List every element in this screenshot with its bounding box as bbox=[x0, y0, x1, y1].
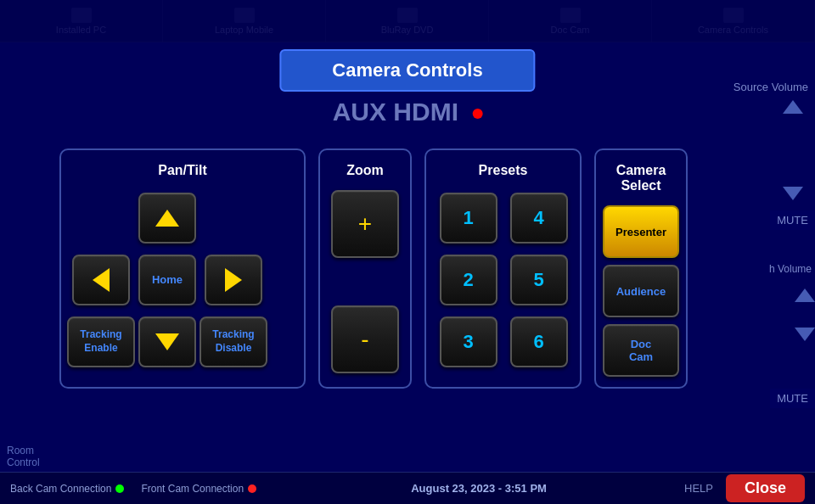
presets-panel: Presets 1 4 2 5 3 6 bbox=[424, 148, 582, 389]
zoom-grid: + - bbox=[330, 190, 400, 373]
source-volume-up-arrow[interactable] bbox=[783, 100, 803, 114]
close-button[interactable]: Close bbox=[726, 474, 805, 502]
empty-cell-2 bbox=[205, 193, 262, 244]
mute-bottom-button[interactable]: MUTE bbox=[770, 389, 815, 408]
tracking-enable-button[interactable]: Tracking Enable bbox=[67, 316, 135, 367]
pan-tilt-right-button[interactable] bbox=[205, 255, 262, 305]
arrow-up-icon bbox=[155, 210, 179, 227]
preset-button-4[interactable]: 4 bbox=[510, 193, 568, 244]
back-cam-connection: Back Cam Connection bbox=[10, 483, 124, 495]
pantilt-panel: Pan/Tilt Home Tracking Enable Tracking D… bbox=[59, 148, 306, 389]
front-cam-connection: Front Cam Connection bbox=[141, 483, 256, 495]
aux-hdmi-label: AUX HDMI bbox=[333, 98, 483, 126]
camselect-grid: Presenter Audience Doc Cam bbox=[606, 205, 676, 377]
source-volume-label: Source Volume bbox=[734, 81, 808, 93]
audience-button[interactable]: Audience bbox=[603, 265, 679, 317]
controls-container: Pan/Tilt Home Tracking Enable Tracking D… bbox=[59, 148, 807, 389]
preset-button-3[interactable]: 3 bbox=[440, 316, 497, 367]
zoom-in-button[interactable]: + bbox=[331, 190, 399, 258]
arrow-left-icon bbox=[93, 268, 110, 292]
zoom-panel: Zoom + - bbox=[318, 148, 412, 389]
datetime-display: August 23, 2023 - 3:51 PM bbox=[273, 482, 684, 495]
home-button[interactable]: Home bbox=[138, 255, 196, 305]
camera-select-panel: Camera Select Presenter Audience Doc Cam bbox=[594, 148, 688, 389]
preset-button-6[interactable]: 6 bbox=[510, 316, 568, 367]
camera-select-header: Camera Select bbox=[606, 163, 676, 193]
pan-tilt-left-button[interactable] bbox=[72, 255, 130, 305]
preset-button-1[interactable]: 1 bbox=[440, 193, 497, 244]
panel-title: Camera Controls bbox=[279, 49, 535, 92]
front-cam-red-dot bbox=[248, 484, 256, 493]
aux-red-dot bbox=[472, 109, 482, 119]
presenter-button[interactable]: Presenter bbox=[603, 205, 679, 258]
pantilt-grid: Home Tracking Enable Tracking Disable bbox=[71, 190, 294, 369]
pantilt-header: Pan/Tilt bbox=[71, 163, 294, 178]
bottom-bar: Back Cam Connection Front Cam Connection… bbox=[0, 472, 815, 504]
presets-header: Presets bbox=[436, 163, 570, 178]
pan-tilt-up-button[interactable] bbox=[138, 193, 196, 244]
arrow-right-icon bbox=[225, 268, 242, 292]
arrow-down-icon bbox=[155, 333, 179, 350]
room-control-label: Room Control bbox=[0, 441, 47, 472]
help-label[interactable]: HELP bbox=[684, 482, 713, 495]
preset-button-5[interactable]: 5 bbox=[510, 255, 568, 305]
pan-tilt-down-button[interactable] bbox=[138, 316, 196, 367]
doccam-select-button[interactable]: Doc Cam bbox=[603, 324, 679, 377]
empty-cell-1 bbox=[72, 193, 130, 244]
tracking-disable-button[interactable]: Tracking Disable bbox=[200, 316, 267, 367]
zoom-header: Zoom bbox=[330, 163, 400, 178]
back-cam-green-dot bbox=[115, 484, 124, 493]
presets-grid: 1 4 2 5 3 6 bbox=[436, 190, 570, 369]
back-cam-label: Back Cam Connection bbox=[10, 483, 111, 495]
front-cam-label: Front Cam Connection bbox=[141, 483, 244, 495]
preset-button-2[interactable]: 2 bbox=[440, 255, 497, 305]
zoom-out-button[interactable]: - bbox=[331, 305, 399, 373]
